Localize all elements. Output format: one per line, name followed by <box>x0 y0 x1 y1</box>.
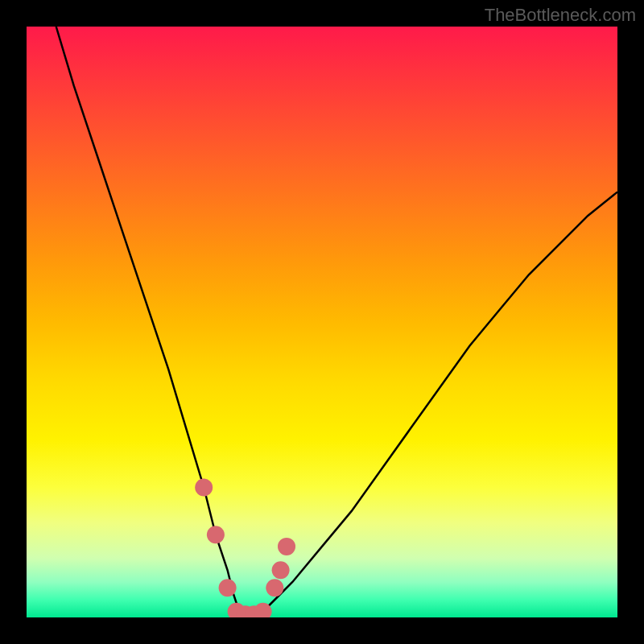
chart-plot-area <box>27 27 617 617</box>
watermark-text: TheBottleneck.com <box>485 5 636 26</box>
highlight-marker <box>272 561 290 579</box>
bottleneck-curve-line <box>56 27 617 617</box>
highlight-marker <box>207 526 225 543</box>
highlight-marker <box>266 579 283 597</box>
chart-svg <box>27 27 617 617</box>
highlight-markers <box>195 479 295 618</box>
highlight-marker <box>195 479 213 497</box>
highlight-marker <box>278 538 295 555</box>
highlight-marker <box>219 579 237 597</box>
